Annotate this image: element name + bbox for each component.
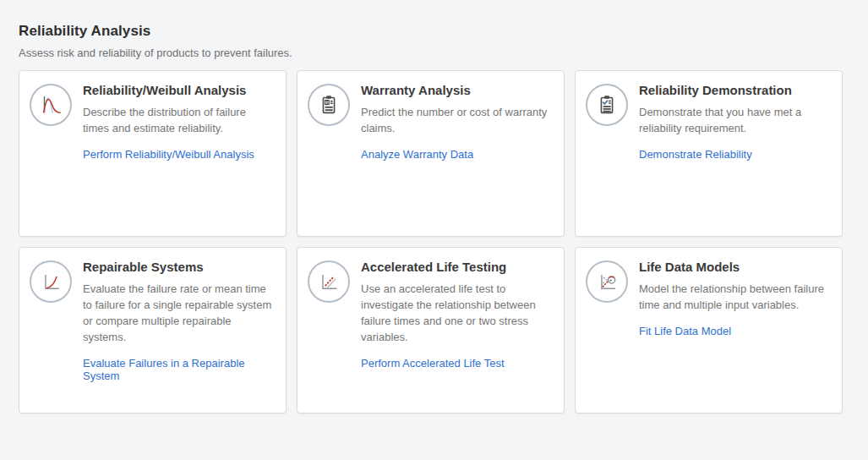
card-description: Describe the distribution of failure tim… — [83, 104, 272, 136]
card-warranty-analysis: $ Warranty Analysis Predict the number o… — [297, 70, 565, 237]
card-repairable-systems: Repairable Systems Evaluate the failure … — [19, 247, 287, 413]
card-body: Reliability Demonstration Demonstrate th… — [639, 82, 828, 162]
warranty-clipboard-icon: $ — [308, 84, 350, 126]
card-description: Model the relationship between failure t… — [639, 281, 828, 313]
svg-text:$: $ — [325, 100, 328, 105]
card-body: Life Data Models Model the relationship … — [639, 259, 828, 338]
card-description: Demonstrate that you have met a reliabil… — [639, 104, 828, 136]
card-title: Repairable Systems — [83, 259, 272, 276]
growth-curve-icon — [30, 260, 72, 303]
card-accelerated-life-testing: Accelerated Life Testing Use an accelera… — [297, 247, 565, 413]
card-title: Accelerated Life Testing — [361, 259, 550, 276]
card-title: Warranty Analysis — [361, 82, 550, 99]
regression-gauge-icon — [586, 260, 628, 303]
evaluate-failures-repairable-system-link[interactable]: Evaluate Failures in a Repairable System — [83, 357, 272, 382]
card-body: Warranty Analysis Predict the number or … — [361, 82, 550, 162]
page-header: Reliability Analysis Assess risk and rel… — [19, 22, 868, 60]
card-reliability-weibull-analysis: Reliability/Weibull Analysis Describe th… — [19, 70, 287, 237]
fit-life-data-model-link[interactable]: Fit Life Data Model — [639, 325, 731, 337]
analysis-cards-grid: Reliability/Weibull Analysis Describe th… — [19, 70, 868, 413]
checklist-clipboard-icon — [586, 84, 628, 126]
card-life-data-models: Life Data Models Model the relationship … — [575, 247, 843, 413]
card-title: Reliability/Weibull Analysis — [83, 82, 272, 99]
perform-accelerated-life-test-link[interactable]: Perform Accelerated Life Test — [361, 357, 505, 370]
card-title: Life Data Models — [639, 259, 828, 276]
card-description: Use an accelerated life test to investig… — [361, 281, 550, 345]
weibull-distribution-icon — [30, 84, 72, 126]
page-title: Reliability Analysis — [19, 22, 868, 41]
perform-reliability-weibull-analysis-link[interactable]: Perform Reliability/Weibull Analysis — [83, 148, 254, 161]
card-body: Repairable Systems Evaluate the failure … — [83, 259, 272, 383]
analyze-warranty-data-link[interactable]: Analyze Warranty Data — [361, 148, 473, 161]
demonstrate-reliability-link[interactable]: Demonstrate Reliability — [639, 148, 752, 161]
card-description: Evaluate the failure rate or mean time t… — [83, 281, 272, 345]
card-description: Predict the number or cost of warranty c… — [361, 104, 550, 136]
card-title: Reliability Demonstration — [639, 82, 828, 99]
page-subtitle: Assess risk and reliability of products … — [19, 46, 868, 60]
card-body: Reliability/Weibull Analysis Describe th… — [83, 82, 272, 162]
card-reliability-demonstration: Reliability Demonstration Demonstrate th… — [575, 70, 843, 237]
trend-lines-icon — [308, 260, 350, 303]
card-body: Accelerated Life Testing Use an accelera… — [361, 259, 550, 370]
